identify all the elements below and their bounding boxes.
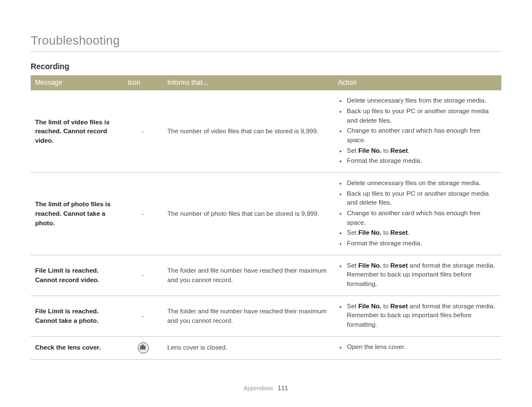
cell-message: The limit of photo files is reached. Can… xyxy=(31,173,123,255)
page-content: Troubleshooting Recording Message Icon I… xyxy=(0,0,532,360)
cell-action: Set File No. to Reset and format the sto… xyxy=(333,255,501,295)
page-title: Troubleshooting xyxy=(31,33,501,52)
action-item: Set File No. to Reset. xyxy=(347,146,497,156)
action-item: Format the storage media. xyxy=(347,156,497,166)
action-item: Open the lens cover. xyxy=(347,342,497,352)
cell-informs: Lens cover is closed. xyxy=(163,336,333,359)
col-header-action: Action xyxy=(333,75,501,90)
cell-informs: The folder and file number have reached … xyxy=(163,255,333,295)
table-row: The limit of video files is reached. Can… xyxy=(31,90,501,172)
table-header-row: Message Icon Informs that... Action xyxy=(31,75,501,90)
cell-message: File Limit is reached. Cannot take a pho… xyxy=(31,295,123,336)
table-row: Check the lens cover.Lens cover is close… xyxy=(31,336,501,359)
footer-page-number: 111 xyxy=(278,385,288,391)
action-list: Open the lens cover. xyxy=(338,342,497,352)
action-item: Back up files to your PC or another stor… xyxy=(347,189,497,207)
action-item: Delete unnecessary files on the storage … xyxy=(347,178,497,188)
cell-informs: The number of photo files that can be st… xyxy=(163,173,333,255)
action-item: Back up files to your PC or another stor… xyxy=(347,106,497,125)
table-row: The limit of photo files is reached. Can… xyxy=(31,173,501,255)
cell-action: Delete unnecessary files on the storage … xyxy=(333,173,501,255)
col-header-icon: Icon xyxy=(123,75,163,90)
cell-message: File Limit is reached. Cannot record vid… xyxy=(31,255,123,295)
page-footer: Appendixes 111 xyxy=(0,385,532,391)
section-heading: Recording xyxy=(31,62,501,71)
table-row: File Limit is reached. Cannot take a pho… xyxy=(31,295,501,336)
table-row: File Limit is reached. Cannot record vid… xyxy=(31,255,501,295)
action-item: Format the storage media. xyxy=(347,239,497,248)
cell-message: Check the lens cover. xyxy=(31,336,123,359)
lens-cover-icon xyxy=(138,342,149,353)
cell-icon: - xyxy=(123,90,163,172)
col-header-message: Message xyxy=(31,75,123,90)
action-item: Delete unnecessary files from the storag… xyxy=(347,96,497,105)
action-list: Delete unnecessary files on the storage … xyxy=(338,178,497,248)
action-item: Change to another card which has enough … xyxy=(347,126,497,144)
cell-informs: The number of video files that can be st… xyxy=(163,90,333,172)
action-item: Set File No. to Reset and format the sto… xyxy=(347,302,497,330)
cell-icon xyxy=(123,336,163,359)
cell-icon: - xyxy=(123,173,163,255)
cell-icon: - xyxy=(123,255,163,295)
action-list: Set File No. to Reset and format the sto… xyxy=(338,302,497,330)
action-item: Change to another card which has enough … xyxy=(347,209,497,227)
cell-action: Open the lens cover. xyxy=(333,336,501,359)
action-list: Delete unnecessary files from the storag… xyxy=(338,96,497,166)
footer-section: Appendixes xyxy=(244,385,273,391)
cell-action: Delete unnecessary files from the storag… xyxy=(333,90,501,172)
troubleshooting-table: Message Icon Informs that... Action The … xyxy=(31,75,501,360)
cell-icon: - xyxy=(123,295,163,336)
action-item: Set File No. to Reset. xyxy=(347,228,497,238)
cell-action: Set File No. to Reset and format the sto… xyxy=(333,295,501,336)
action-list: Set File No. to Reset and format the sto… xyxy=(338,261,497,289)
cell-message: The limit of video files is reached. Can… xyxy=(31,90,123,172)
col-header-informs: Informs that... xyxy=(163,75,333,90)
cell-informs: The folder and file number have reached … xyxy=(163,295,333,336)
action-item: Set File No. to Reset and format the sto… xyxy=(347,261,497,289)
